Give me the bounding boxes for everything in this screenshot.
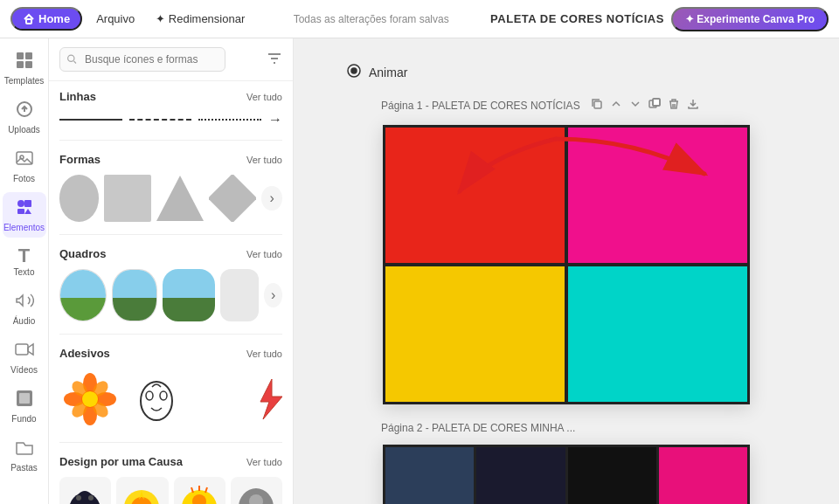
sidebar-item-fotos[interactable]: Fotos bbox=[3, 143, 46, 189]
formas-section-header: Formas Ver tudo bbox=[59, 144, 282, 171]
page1-chevron-up[interactable] bbox=[608, 96, 624, 114]
page1-chevron-down[interactable] bbox=[628, 96, 643, 114]
svg-rect-3 bbox=[17, 61, 24, 68]
quadros-section-header: Quadros Ver tudo bbox=[59, 238, 282, 266]
color-cell-navy bbox=[385, 447, 474, 504]
quadros-ver-tudo[interactable]: Ver tudo bbox=[246, 249, 282, 259]
animate-icon bbox=[346, 63, 362, 82]
page1-copy-icon[interactable] bbox=[589, 96, 605, 114]
panel-scroll[interactable]: Linhas Ver tudo → Formas Ver tudo bbox=[49, 81, 293, 504]
adesivo-lightning[interactable] bbox=[256, 386, 282, 412]
page1-delete[interactable] bbox=[666, 96, 682, 114]
adesivo-flower[interactable] bbox=[59, 369, 121, 430]
shape-rect-wrap[interactable] bbox=[104, 175, 151, 222]
fotos-icon bbox=[15, 148, 34, 172]
design-item-3[interactable] bbox=[174, 477, 225, 504]
home-button[interactable]: Home bbox=[10, 7, 82, 31]
quadro-oval[interactable] bbox=[59, 269, 107, 321]
saved-status: Todas as alterações foram salvas bbox=[259, 13, 483, 25]
design-causa-title: Design por uma Causa bbox=[59, 455, 183, 468]
svg-point-30 bbox=[76, 495, 81, 501]
quadros-row: › bbox=[59, 266, 282, 330]
sidebar-item-audio[interactable]: Áudio bbox=[3, 286, 46, 331]
sidebar-item-texto[interactable]: T Texto bbox=[3, 241, 46, 282]
animate-bar: Animar bbox=[346, 56, 407, 96]
page1-export[interactable] bbox=[685, 96, 701, 114]
fundo-label: Fundo bbox=[11, 414, 36, 424]
adesivos-section-header: Adesivos Ver tudo bbox=[59, 338, 282, 365]
svg-rect-1 bbox=[17, 52, 24, 59]
divider-adesivos bbox=[59, 442, 282, 443]
divider-formas bbox=[59, 234, 282, 235]
formas-ver-tudo[interactable]: Ver tudo bbox=[246, 155, 282, 165]
svg-rect-45 bbox=[653, 99, 660, 106]
pro-button[interactable]: ✦ Experimente Canva Pro bbox=[671, 7, 829, 31]
page1-actions bbox=[589, 96, 701, 114]
svg-rect-10 bbox=[17, 209, 24, 214]
sidebar-item-elementos[interactable]: Elementos bbox=[3, 192, 46, 238]
color-grid-page1[interactable] bbox=[383, 125, 750, 404]
svg-point-26 bbox=[146, 391, 153, 400]
svg-rect-2 bbox=[25, 52, 32, 59]
line-dotted[interactable] bbox=[198, 119, 261, 121]
adesivos-row bbox=[59, 365, 282, 438]
svg-point-27 bbox=[160, 391, 167, 400]
design-item-2[interactable] bbox=[116, 477, 168, 504]
quadro-wide[interactable] bbox=[163, 269, 214, 321]
line-arrow[interactable]: → bbox=[268, 112, 282, 128]
quadro-oval2[interactable] bbox=[112, 269, 157, 321]
search-input[interactable] bbox=[59, 47, 225, 72]
page2-header: Página 2 - PALETA DE CORES MINHA ... bbox=[381, 422, 575, 434]
lines-row: → bbox=[59, 108, 282, 136]
line-dashed[interactable] bbox=[129, 119, 192, 121]
svg-rect-0 bbox=[26, 19, 31, 24]
svg-rect-13 bbox=[19, 393, 30, 404]
page-container: Página 1 - PALETA DE CORES NOTÍCIAS bbox=[329, 96, 804, 504]
filter-icon bbox=[267, 51, 282, 66]
adesivo-face[interactable] bbox=[126, 369, 187, 430]
design-item-4[interactable] bbox=[231, 477, 282, 504]
sidebar-item-fundo[interactable]: Fundo bbox=[3, 383, 46, 429]
page1-duplicate[interactable] bbox=[647, 96, 662, 114]
templates-icon bbox=[15, 51, 34, 74]
page1-label: Página 1 - PALETA DE CORES NOTÍCIAS bbox=[381, 100, 580, 112]
arquivo-button[interactable]: Arquivo bbox=[89, 9, 142, 29]
document-title: PALETA DE CORES NOTÍCIAS bbox=[490, 12, 664, 25]
sidebar-item-pastas[interactable]: Pastas bbox=[3, 432, 46, 478]
shape-triangle-wrap[interactable] bbox=[156, 175, 204, 222]
svg-point-24 bbox=[82, 391, 98, 407]
filter-button[interactable] bbox=[267, 51, 282, 69]
linhas-ver-tudo[interactable]: Ver tudo bbox=[246, 92, 282, 102]
search-input-wrap bbox=[59, 47, 261, 72]
texto-icon: T bbox=[18, 246, 30, 266]
videos-label: Vídeos bbox=[10, 365, 38, 375]
svg-rect-43 bbox=[594, 101, 601, 108]
search-bar bbox=[49, 38, 293, 81]
quadros-more-button[interactable]: › bbox=[264, 283, 282, 307]
shape-circle[interactable] bbox=[59, 175, 99, 222]
redimensionar-button[interactable]: ✦ Redimensionar bbox=[149, 9, 252, 29]
svg-point-25 bbox=[141, 382, 172, 420]
canvas-area[interactable]: Animar Página 1 - PALETA DE CORES NOTÍCI… bbox=[294, 38, 839, 504]
uploads-icon bbox=[15, 100, 34, 123]
svg-rect-9 bbox=[24, 200, 31, 207]
color-grid-page2[interactable] bbox=[383, 445, 750, 504]
sidebar-item-uploads[interactable]: Uploads bbox=[3, 94, 46, 140]
design-item-1[interactable] bbox=[59, 477, 111, 504]
quadro-rect[interactable] bbox=[220, 269, 260, 321]
color-cell-yellow bbox=[385, 266, 565, 402]
svg-point-8 bbox=[17, 200, 24, 207]
elementos-label: Elementos bbox=[3, 223, 45, 232]
sidebar-item-videos[interactable]: Vídeos bbox=[3, 335, 46, 380]
line-solid[interactable] bbox=[59, 119, 122, 121]
adesivos-ver-tudo[interactable]: Ver tudo bbox=[246, 349, 282, 359]
shape-rhombus-wrap[interactable] bbox=[209, 175, 256, 222]
animate-label[interactable]: Animar bbox=[369, 66, 407, 79]
design-causa-ver-tudo[interactable]: Ver tudo bbox=[246, 457, 282, 467]
sidebar-item-templates[interactable]: Templates bbox=[3, 45, 46, 91]
pastas-label: Pastas bbox=[10, 463, 38, 473]
videos-icon bbox=[15, 340, 34, 363]
shapes-more-button[interactable]: › bbox=[261, 186, 282, 211]
color-cell-dark bbox=[476, 447, 565, 504]
fotos-label: Fotos bbox=[13, 174, 35, 183]
